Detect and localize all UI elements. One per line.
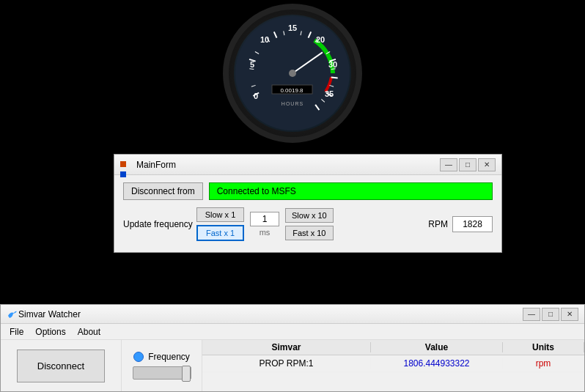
gauge-area: 0 5 10 15 20 30 35 [0, 0, 585, 147]
frequency-slider[interactable] [133, 366, 191, 380]
simvar-watcher-window: Simvar Watcher — □ ✕ File Options About … [0, 304, 585, 392]
simvar-body: Disconnect Frequency Simvar Value Units … [1, 340, 584, 391]
disconnect-from-button[interactable]: Disconnect from [123, 182, 203, 200]
svg-point-31 [289, 70, 296, 77]
gauge-svg: 0 5 10 15 20 30 35 [234, 15, 351, 132]
icon-red-square [120, 161, 126, 167]
connection-status: Connected to MSFS [209, 182, 493, 200]
menu-options[interactable]: Options [29, 325, 71, 339]
td-simvar: PROP RPM:1 [202, 358, 371, 369]
update-frequency-label: Update frequency [123, 219, 196, 229]
rpm-area: RPM [428, 216, 493, 232]
icon-blue-square [120, 171, 126, 177]
simvar-maximize-button[interactable]: □ [542, 308, 559, 321]
simvar-menubar: File Options About [1, 324, 584, 340]
ms-label: ms [260, 228, 271, 237]
svg-text:HOURS: HOURS [282, 101, 303, 106]
simvar-middle-panel: Frequency [122, 340, 202, 391]
fast-x1-button[interactable]: Fast x 1 [196, 225, 244, 241]
svg-text:0.0019.8: 0.0019.8 [280, 87, 303, 94]
simvar-table-panel: Simvar Value Units PROP RPM:1 1806.44493… [202, 340, 584, 391]
svg-text:35: 35 [325, 89, 334, 98]
th-simvar: Simvar [202, 342, 371, 352]
fast-x10-button[interactable]: Fast x 10 [285, 226, 334, 240]
svg-text:0: 0 [254, 92, 258, 100]
gauge-face: 0 5 10 15 20 30 35 [234, 15, 351, 132]
th-value: Value [371, 342, 503, 352]
frequency-slider-handle[interactable] [182, 366, 191, 382]
mainform-icon [120, 159, 132, 171]
simvar-minimize-button[interactable]: — [523, 308, 540, 321]
rpm-value-input [452, 216, 493, 232]
menu-file[interactable]: File [4, 325, 29, 339]
svg-line-17 [249, 69, 254, 70]
frequency-indicator: Frequency [133, 352, 190, 362]
slow-x10-button[interactable]: Slow x 10 [285, 208, 334, 223]
frequency-text: Frequency [148, 352, 190, 362]
simvar-titlebar-buttons: — □ ✕ [523, 308, 578, 321]
menu-about[interactable]: About [72, 325, 106, 339]
maximize-button[interactable]: □ [459, 158, 477, 171]
simvar-title: Simvar Watcher [18, 309, 523, 319]
mainform-title: MainForm [136, 160, 440, 170]
mainform-body: Disconnect from Connected to MSFS Update… [114, 175, 501, 252]
td-value: 1806.444933322 [371, 358, 503, 369]
titlebar-buttons: — □ ✕ [440, 158, 496, 171]
left-freq-buttons: Slow x 1 Fast x 1 [196, 207, 244, 241]
table-header: Simvar Value Units [202, 340, 584, 355]
ms-input-area: ms [250, 212, 279, 237]
th-units: Units [503, 342, 584, 352]
rpm-label: RPM [428, 219, 448, 229]
mainform-window: MainForm — □ ✕ Disconnect from Connected… [114, 154, 502, 253]
svg-line-24 [331, 69, 336, 70]
rpm-gauge: 0 5 10 15 20 30 35 [223, 4, 362, 143]
simvar-titlebar: Simvar Watcher — □ ✕ [1, 305, 584, 324]
simvar-close-button[interactable]: ✕ [561, 308, 578, 321]
svg-text:15: 15 [288, 23, 297, 32]
close-button[interactable]: ✕ [478, 158, 496, 171]
frequency-dot [133, 352, 144, 362]
ms-input[interactable] [250, 212, 279, 226]
table-row: PROP RPM:1 1806.444933322 rpm [202, 355, 584, 372]
svg-text:5: 5 [250, 60, 254, 69]
simvar-icon [7, 308, 18, 320]
connection-row: Disconnect from Connected to MSFS [123, 182, 493, 200]
simvar-disconnect-button[interactable]: Disconnect [17, 350, 105, 382]
minimize-button[interactable]: — [440, 158, 457, 171]
svg-text:30: 30 [328, 60, 337, 69]
simvar-left-panel: Disconnect [1, 340, 122, 391]
svg-line-11 [331, 78, 338, 78]
mainform-titlebar: MainForm — □ ✕ [114, 155, 501, 175]
slow-x1-button[interactable]: Slow x 1 [196, 207, 244, 222]
right-freq-buttons: Slow x 10 Fast x 10 [285, 208, 334, 240]
frequency-row: Update frequency Slow x 1 Fast x 1 ms Sl… [123, 207, 493, 241]
td-units: rpm [503, 358, 584, 369]
